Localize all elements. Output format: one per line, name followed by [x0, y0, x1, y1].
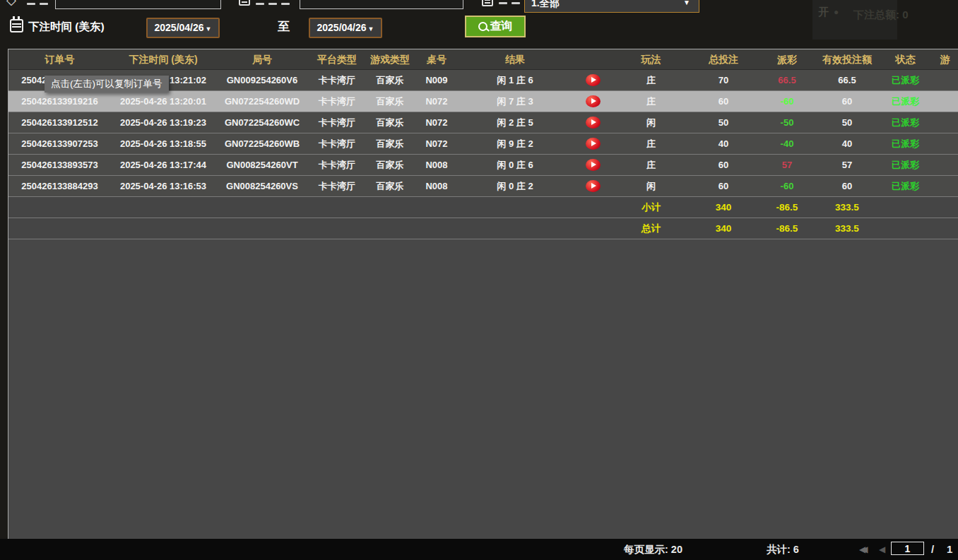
table-cell: 百家乐 [365, 112, 415, 133]
table-cell: 闲 7 庄 3 [459, 91, 572, 112]
table-cell: 庄 [614, 91, 688, 112]
column-header: 平台类型 [309, 49, 365, 69]
table-cell: 庄 [614, 70, 688, 90]
table-cell [932, 155, 958, 175]
table-cell: 已派彩 [879, 155, 932, 175]
chevron-down-icon: ▼ [368, 25, 374, 32]
date-from-picker[interactable]: 2025/04/26▼ [146, 18, 220, 38]
table-cell: 百家乐 [365, 91, 415, 112]
table-cell: 闲 9 庄 2 [459, 133, 572, 154]
per-page-label: 每页显示: 20 [624, 543, 682, 556]
table-row[interactable]: 2504261339192162025-04-26 13:20:01GN0722… [8, 91, 958, 112]
table-cell: 2025-04-26 13:19:23 [111, 112, 215, 133]
page-number-input[interactable] [891, 542, 924, 555]
summary-cell: 340 [688, 197, 759, 218]
table-cell: 60 [815, 176, 879, 196]
table-cell: 60 [688, 91, 759, 112]
table-cell[interactable]: 250426133912512 [8, 112, 111, 133]
chevron-down-icon: ▼ [683, 0, 690, 12]
table-cell: 卡卡湾厅 [309, 70, 365, 90]
list-icon [482, 0, 493, 6]
date-to-value: 2025/04/26 [317, 22, 367, 33]
table-cell: GN008254260VT [215, 155, 309, 175]
replay-icon[interactable] [586, 74, 601, 86]
table-cell: 百家乐 [365, 176, 415, 196]
ghost-bet-total: 下注总额: 0 [853, 8, 909, 22]
empty-cell [932, 218, 958, 239]
table-cell: 2025-04-26 13:17:44 [111, 155, 215, 175]
column-header: 桌号 [415, 49, 459, 69]
table-cell[interactable]: 250426133907253 [8, 133, 111, 154]
column-header: 下注时间 (美东) [111, 49, 215, 69]
first-page-button[interactable]: ◀◀ [859, 544, 873, 554]
table-cell: 40 [815, 133, 879, 154]
empty-cell [932, 197, 958, 218]
empty-cell [215, 197, 309, 218]
table-row[interactable]: 2504261339072532025-04-26 13:18:55GN0722… [8, 133, 958, 155]
empty-cell [8, 218, 111, 239]
table-cell: 卡卡湾厅 [309, 133, 365, 154]
total-pages-label: 1 [947, 543, 952, 555]
footer-bar: 每页显示: 20 共计: 6 ◀◀ ◀ / 1 [0, 539, 958, 560]
table-cell: 2025-04-26 13:20:01 [111, 91, 215, 112]
query-button[interactable]: 查询 [465, 16, 526, 37]
cut-label [511, 2, 520, 4]
table-cell: GN072254260WB [215, 133, 309, 154]
empty-cell [215, 218, 309, 239]
filter-bar: ◇ 1.全部 ▼ 开 ● 下注总额: 0 下注时间 (美东) 2025/04/2… [0, 0, 958, 49]
table-cell [932, 133, 958, 154]
cut-label [40, 3, 48, 5]
column-header: 游戏类型 [365, 49, 415, 69]
replay-icon[interactable] [586, 138, 601, 150]
empty-cell [415, 218, 459, 239]
replay-icon[interactable] [586, 95, 601, 107]
table-cell: 66.5 [759, 70, 815, 90]
table-row[interactable]: 2504261338842932025-04-26 13:16:53GN0082… [8, 176, 958, 197]
replay-cell [572, 155, 614, 175]
prev-page-button[interactable]: ◀ [879, 544, 885, 554]
table-row[interactable]: 2504261338935732025-04-26 13:17:44GN0082… [8, 155, 958, 176]
summary-cell: 总计 [614, 218, 688, 239]
replay-icon[interactable] [586, 117, 601, 129]
replay-cell [572, 176, 614, 196]
filter-input-1[interactable] [55, 0, 221, 9]
page-separator: / [931, 543, 934, 555]
table-cell: 57 [815, 155, 879, 175]
replay-icon[interactable] [586, 159, 601, 171]
cut-label [281, 3, 290, 5]
date-to-picker[interactable]: 2025/04/26▼ [309, 18, 382, 38]
table-cell: 2025-04-26 13:16:53 [111, 176, 215, 196]
empty-cell [459, 197, 572, 218]
table-cell: N009 [415, 70, 459, 90]
replay-icon[interactable] [586, 180, 601, 192]
column-header: 游 [932, 49, 958, 69]
date-from-value: 2025/04/26 [155, 22, 204, 33]
table-header-row: 订单号下注时间 (美东)局号平台类型游戏类型桌号结果玩法总投注派彩有效投注额状态… [8, 49, 958, 70]
column-header: 状态 [879, 49, 932, 69]
summary-cell: 340 [688, 218, 759, 239]
filter-input-2[interactable] [300, 0, 463, 9]
table-cell: N072 [415, 112, 459, 133]
empty-cell [415, 197, 459, 218]
chevron-down-icon: ▼ [206, 25, 212, 32]
play-triangle-icon [591, 77, 596, 83]
table-cell [932, 112, 958, 133]
column-header: 局号 [215, 49, 309, 69]
table-cell: -60 [759, 176, 815, 196]
replay-cell [572, 133, 614, 154]
table-cell[interactable]: 250426133893573 [8, 155, 111, 175]
empty-cell [572, 197, 614, 218]
platform-type-select[interactable]: 1.全部 ▼ [524, 0, 699, 13]
play-triangle-icon [591, 141, 596, 146]
table-cell: 百家乐 [365, 133, 415, 154]
table-cell: 50 [815, 112, 879, 133]
table-cell[interactable]: 250426133884293 [8, 176, 111, 196]
empty-cell [8, 197, 111, 218]
table-cell[interactable]: 250426133919216 [8, 91, 111, 112]
table-cell: 百家乐 [365, 70, 415, 90]
search-icon [478, 22, 487, 31]
ghost-dot: ● [834, 7, 839, 17]
table-row[interactable]: 2504261339125122025-04-26 13:19:23GN0722… [8, 112, 958, 133]
table-cell: 庄 [614, 133, 688, 154]
empty-cell [309, 197, 365, 218]
